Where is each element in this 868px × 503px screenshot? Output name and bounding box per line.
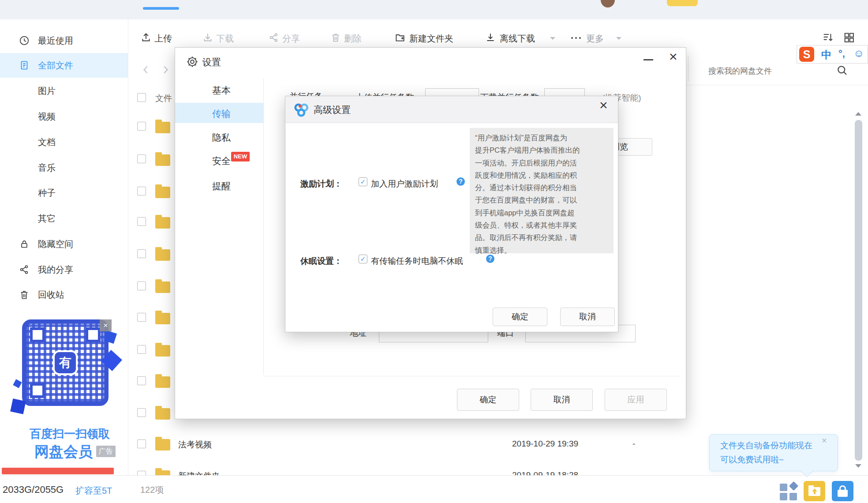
chevron-down-icon [550,37,555,40]
folder-icon [155,249,170,261]
file-row[interactable] [137,312,172,325]
row-checkbox[interactable] [137,313,146,322]
upload-icon [140,32,152,43]
backup-folder-button[interactable] [804,481,825,501]
file-name[interactable]: 法考视频 [178,439,212,450]
scroll-down-icon[interactable] [855,464,861,468]
ime-punct-toggle[interactable]: °, [838,48,845,60]
folder-icon [155,313,170,324]
app-window: 最近使用 全部文件 图片 视频 文档 音乐 种子 其它 隐藏空间 [0,0,868,503]
sidebar-item-label: 回收站 [38,287,64,302]
file-row[interactable] [137,153,172,166]
file-row[interactable] [137,248,172,261]
question-icon[interactable] [456,177,465,186]
grid-view-icon[interactable] [843,31,855,44]
ime-lang-toggle[interactable]: 中 [821,48,831,62]
row-checkbox[interactable] [137,345,146,354]
row-checkbox[interactable] [137,376,146,385]
row-checkbox[interactable] [137,217,146,226]
sidebar-item-music[interactable]: 音乐 [0,160,128,175]
scrollbar-thumb[interactable] [855,120,862,461]
search-icon[interactable] [835,64,849,77]
sidebar-item-hidden-space[interactable]: 隐藏空间 [0,236,128,252]
close-icon[interactable]: × [599,97,608,113]
sidebar-item-all-files[interactable]: 全部文件 [0,58,128,73]
sogou-icon[interactable]: S [799,47,814,62]
tab-reminder[interactable]: 提醒 [212,180,231,192]
sidebar-item-label: 种子 [38,185,56,200]
search-input[interactable] [707,64,828,79]
share-icon [19,264,30,275]
settings-apply-button[interactable]: 应用 [605,389,667,411]
incentive-checkbox-label: 加入用户激励计划 [371,178,438,190]
file-row[interactable] [137,185,172,199]
file-date: 2019-10-29 19:39 [512,439,578,449]
toast-line-1: 文件夹自动备份功能现在 [720,440,812,451]
folder-icon [155,154,170,166]
lock-badge-button[interactable] [832,481,853,501]
row-checkbox[interactable] [137,187,146,195]
file-row[interactable] [137,120,172,134]
sidebar-item-pictures[interactable]: 图片 [0,83,128,98]
column-header-file: 文件 [155,93,172,104]
sidebar-item-others[interactable]: 其它 [0,211,128,226]
vip-button[interactable] [667,0,698,6]
forward-icon[interactable] [160,64,171,76]
select-all-checkbox[interactable] [137,93,146,102]
chevron-down-icon [616,37,621,40]
minimize-icon[interactable] [644,59,653,60]
file-row[interactable] [137,280,172,293]
qr-ad[interactable]: 有 × 百度扫一扫领取 网盘会员 广告 [18,319,122,464]
sidebar-item-label: 文档 [38,135,56,150]
tab-security[interactable]: 安全 [212,155,231,167]
tiles-icon[interactable] [780,483,799,501]
ad-close-icon[interactable]: × [100,319,112,331]
close-icon[interactable]: × [669,49,677,65]
back-icon[interactable] [140,64,152,76]
sidebar-item-documents[interactable]: 文档 [0,135,128,150]
sidebar-item-recent[interactable]: 最近使用 [0,33,128,48]
tab-privacy[interactable]: 隐私 [212,131,231,144]
new-folder-button[interactable]: 新建文件夹 [394,32,465,45]
file-row[interactable]: 法考视频 2019-10-29 19:39 - [137,438,724,452]
sidebar-item-videos[interactable]: 视频 [0,109,128,124]
sidebar-item-torrents[interactable]: 种子 [0,185,128,200]
file-row[interactable] [137,344,172,357]
sort-icon[interactable] [822,31,834,44]
download-button[interactable]: 下载 [202,32,251,45]
item-count: 122项 [140,484,164,496]
settings-cancel-button[interactable]: 取消 [531,389,593,411]
row-checkbox[interactable] [137,122,146,131]
more-button[interactable]: 更多 [570,32,628,45]
file-row[interactable] [137,375,172,388]
sidebar-item-my-shares[interactable]: 我的分享 [0,262,128,277]
row-checkbox[interactable] [137,408,146,417]
toast-close-icon[interactable]: × [822,435,827,446]
tab-basic[interactable]: 基本 [212,84,231,97]
share-button[interactable]: 分享 [268,32,317,45]
advanced-cancel-button[interactable]: 取消 [560,308,615,326]
delete-button[interactable]: 删除 [330,32,378,45]
more-label: 更多 [586,33,604,45]
settings-ok-button[interactable]: 确定 [457,389,519,411]
tab-transfer[interactable]: 传输 [212,108,231,120]
sleep-label: 休眠设置： [300,255,342,267]
row-checkbox[interactable] [137,282,146,290]
row-checkbox[interactable] [137,439,146,448]
scroll-up-icon[interactable] [855,112,861,116]
row-checkbox[interactable] [137,154,146,163]
gear-icon [186,55,199,68]
upload-button[interactable]: 上传 [140,32,189,45]
advanced-ok-button[interactable]: 确定 [493,308,547,326]
file-row[interactable] [137,216,172,229]
storage-upgrade-link[interactable]: 扩容至5T [75,485,112,497]
question-icon[interactable] [486,255,494,263]
incentive-checkbox[interactable] [359,177,367,186]
row-checkbox[interactable] [137,249,146,258]
emoji-icon[interactable]: ☺ [853,47,864,60]
sleep-checkbox[interactable] [359,255,367,263]
folder-icon [155,345,170,357]
file-row[interactable] [137,407,172,420]
sidebar-item-recycle-bin[interactable]: 回收站 [0,287,128,302]
offline-download-button[interactable]: 离线下载 [485,32,560,45]
